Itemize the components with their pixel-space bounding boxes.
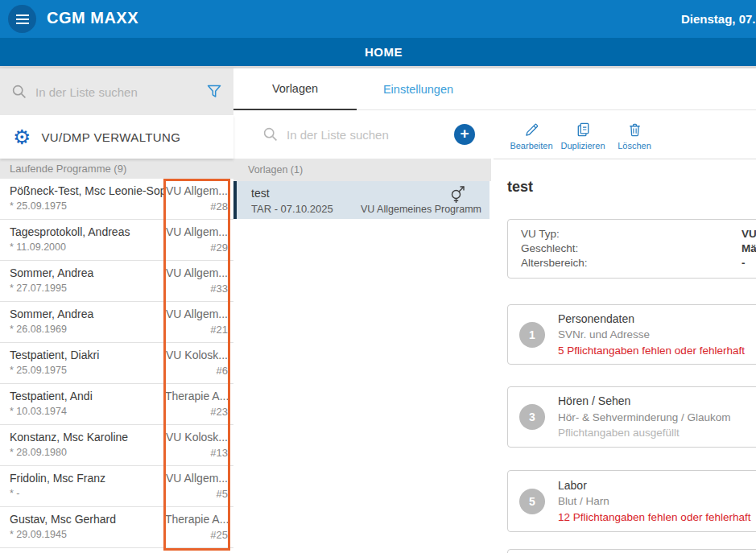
patient-program: Therapie A... bbox=[165, 513, 228, 526]
templates-search-input[interactable] bbox=[287, 128, 454, 142]
patient-program: VU Allgem... bbox=[165, 184, 228, 197]
patient-program: VU Allgem... bbox=[165, 225, 228, 238]
patient-dob: * 10.03.1974 bbox=[10, 406, 165, 417]
patient-name: Gustav, Msc Gerhard bbox=[10, 513, 165, 526]
edit-button-label: Bearbeiten bbox=[510, 141, 552, 151]
duplicate-button-label: Duplizieren bbox=[560, 141, 605, 151]
section-title: Personendaten bbox=[558, 311, 745, 327]
search-icon bbox=[262, 126, 279, 142]
patient-number: #29 bbox=[165, 241, 228, 254]
patient-program: VU Allgem... bbox=[165, 307, 228, 320]
templates-search: + bbox=[233, 110, 491, 159]
patient-program: VU Allgem... bbox=[165, 266, 228, 279]
section-card-personendaten[interactable]: 1 Personendaten SVNr. und Adresse 5 Pfli… bbox=[507, 304, 756, 365]
patient-name: Tagesprotokoll, Andreas bbox=[10, 225, 165, 238]
patient-dob: * 28.09.1980 bbox=[10, 447, 165, 458]
trash-icon bbox=[626, 122, 643, 138]
section-subtitle: SVNr. und Adresse bbox=[558, 327, 745, 343]
patient-row[interactable]: Tagesprotokoll, Andreas* 11.09.2000 VU A… bbox=[0, 220, 233, 261]
app-window: CGM MAXX Dienstag, 07. Oktober HOME ⚙ VU… bbox=[0, 0, 756, 553]
delete-button[interactable]: Löschen bbox=[610, 110, 659, 159]
tab-bar: Vorlagen Einstellungen bbox=[233, 68, 756, 110]
hamburger-menu-button[interactable] bbox=[8, 5, 36, 33]
section-status: 12 Pflichtangaben fehlen oder fehlerhaft bbox=[558, 510, 750, 526]
patient-row[interactable]: Pößneck-Test, Msc Leonie-Sophie* 25.09.1… bbox=[0, 179, 233, 220]
patient-row[interactable]: Fridolin, Msc Franz* - VU Allgem...#5 bbox=[0, 466, 233, 507]
section-card-partial[interactable] bbox=[507, 549, 756, 553]
filter-icon[interactable] bbox=[206, 84, 222, 100]
patient-dob: * 11.09.2000 bbox=[10, 241, 165, 253]
info-label: Altersbereich: bbox=[521, 257, 588, 269]
patient-dob: * 25.09.1975 bbox=[10, 200, 165, 212]
patient-number: #21 bbox=[165, 324, 228, 336]
sidebar-search-input[interactable] bbox=[35, 85, 206, 99]
patient-number: #13 bbox=[165, 447, 228, 459]
patient-program: VU Kolosk... bbox=[165, 431, 228, 444]
section-title: Hören / Sehen bbox=[558, 393, 731, 409]
patient-dob: * 25.09.1975 bbox=[10, 365, 165, 376]
templates-panel: + Vorlagen (1) test TAR - 07.10.2025 VU … bbox=[233, 110, 491, 553]
patient-number: #25 bbox=[165, 529, 228, 541]
patient-dob: * 26.08.1969 bbox=[10, 324, 165, 335]
patient-number: #28 bbox=[165, 200, 228, 213]
patient-row[interactable]: Gustav, Msc Gerhard* 29.09.1945 Therapie… bbox=[0, 507, 233, 548]
patient-program: Therapie A... bbox=[165, 390, 228, 402]
tab-einstellungen[interactable]: Einstellungen bbox=[357, 68, 480, 110]
module-label: VU/DMP VERWALTUNG bbox=[41, 130, 180, 144]
templates-list-header: Vorlagen (1) bbox=[233, 159, 491, 181]
template-list-item-selected[interactable]: test TAR - 07.10.2025 VU Allgemeines Pro… bbox=[233, 181, 490, 219]
info-value: Mä bbox=[742, 242, 756, 254]
patient-dob: * 29.09.1945 bbox=[10, 529, 165, 540]
detail-toolbar: Bearbeiten Duplizieren Löschen bbox=[507, 110, 659, 159]
patient-program: VU Allgem... bbox=[165, 472, 228, 485]
section-subtitle: Blut / Harn bbox=[558, 493, 750, 510]
patient-name: Sommer, Andrea bbox=[10, 307, 165, 320]
section-card-labor[interactable]: 5 Labor Blut / Harn 12 Pflichtangaben fe… bbox=[507, 470, 756, 532]
duplicate-button[interactable]: Duplizieren bbox=[559, 110, 607, 159]
info-label: Geschlecht: bbox=[521, 242, 578, 254]
patient-row[interactable]: Sommer, Andrea* 27.07.1995 VU Allgem...#… bbox=[0, 261, 233, 302]
detail-title: test bbox=[507, 179, 533, 196]
section-subtitle: Hör- & Sehverminderung / Glaukom bbox=[558, 410, 731, 426]
patient-row[interactable]: Testpatient, Andi* 10.03.1974 Therapie A… bbox=[0, 384, 233, 425]
module-header[interactable]: ⚙ VU/DMP VERWALTUNG bbox=[0, 115, 233, 159]
sidebar-search bbox=[0, 68, 233, 115]
patient-number: #23 bbox=[165, 406, 228, 418]
section-status: 5 Pflichtangaben fehlen oder fehlerhaft bbox=[558, 343, 745, 359]
patient-list-header: Laufende Programme (9) bbox=[0, 159, 233, 179]
app-title: CGM MAXX bbox=[47, 9, 138, 27]
patient-dob: * - bbox=[10, 488, 165, 499]
duplicate-icon bbox=[575, 122, 592, 138]
patient-row[interactable]: Testpatient, Diakri* 25.09.1975 VU Kolos… bbox=[0, 343, 233, 384]
edit-button[interactable]: Bearbeiten bbox=[507, 110, 556, 159]
patient-number: #6 bbox=[165, 365, 228, 377]
patient-name: Fridolin, Msc Franz bbox=[10, 472, 165, 485]
section-title: Labor bbox=[558, 477, 750, 493]
detail-panel: Bearbeiten Duplizieren Löschen test VU T… bbox=[494, 110, 756, 553]
patient-row[interactable]: Sommer, Andrea* 26.08.1969 VU Allgem...#… bbox=[0, 302, 233, 343]
delete-button-label: Löschen bbox=[618, 141, 651, 151]
info-label: VU Typ: bbox=[521, 228, 560, 240]
template-info-card: VU Typ:VU Geschlecht:Mä Altersbereich:- bbox=[507, 219, 756, 279]
patient-row[interactable]: Konstanz, Msc Karoline* 28.09.1980 VU Ko… bbox=[0, 425, 233, 466]
section-number-badge: 5 bbox=[519, 489, 545, 514]
top-bar: CGM MAXX Dienstag, 07. Oktober bbox=[0, 0, 756, 38]
tab-vorlagen[interactable]: Vorlagen bbox=[233, 68, 357, 110]
patient-number: #33 bbox=[165, 283, 228, 295]
gear-icon: ⚙ bbox=[13, 127, 31, 147]
nav-home[interactable]: HOME bbox=[0, 38, 756, 66]
patient-name: Konstanz, Msc Karoline bbox=[10, 431, 165, 444]
hamburger-icon bbox=[16, 14, 29, 16]
toolbar-divider bbox=[494, 159, 756, 159]
template-program: VU Allgemeines Programm bbox=[361, 204, 481, 215]
search-icon bbox=[11, 84, 27, 100]
section-card-hoeren-sehen[interactable]: 3 Hören / Sehen Hör- & Sehverminderung /… bbox=[507, 386, 756, 448]
info-value: - bbox=[742, 257, 746, 269]
patient-name: Testpatient, Diakri bbox=[10, 349, 165, 361]
section-number-badge: 3 bbox=[519, 404, 545, 430]
patient-dob: * 27.07.1995 bbox=[10, 283, 165, 294]
patient-number: #5 bbox=[165, 488, 228, 500]
patient-sidebar: ⚙ VU/DMP VERWALTUNG Laufende Programme (… bbox=[0, 68, 233, 553]
add-template-button[interactable]: + bbox=[454, 124, 475, 145]
section-status: Pflichtangaben ausgefüllt bbox=[558, 425, 731, 441]
